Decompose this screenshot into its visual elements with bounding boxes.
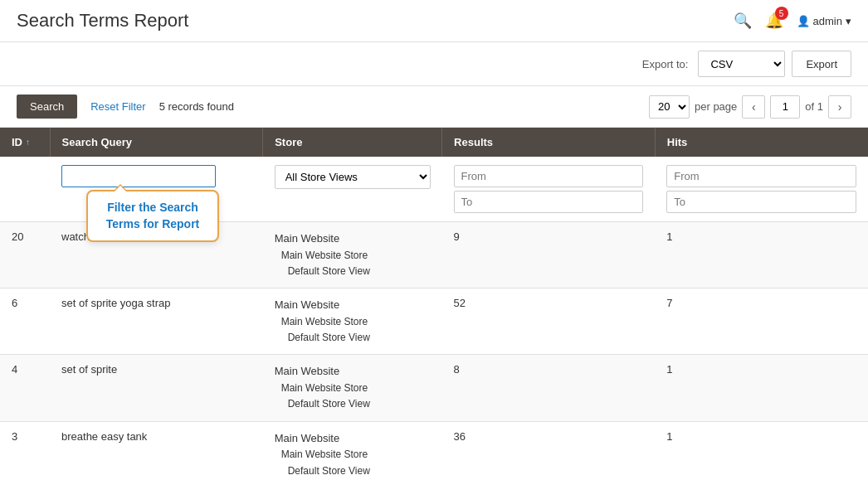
cell-results: 52: [442, 288, 656, 355]
top-header: Search Terms Report 🔍 🔔 5 👤 admin ▾: [0, 0, 868, 42]
prev-page-button[interactable]: ‹: [742, 95, 765, 119]
filter-query-cell: Filter the Search Terms for Report: [50, 157, 263, 222]
export-format-select[interactable]: CSV Excel XML: [698, 51, 785, 77]
cell-results: 36: [442, 421, 656, 480]
store-sub: Main Website Store: [275, 447, 431, 463]
hits-from-input[interactable]: [666, 165, 856, 187]
filter-hits-cell: [655, 157, 868, 222]
reset-filter-link[interactable]: Reset Filter: [90, 100, 145, 113]
filter-callout: Filter the Search Terms for Report: [86, 190, 219, 242]
cell-query: breathe easy tank: [50, 421, 263, 480]
hits-range: [666, 165, 856, 213]
cell-results: 9: [442, 222, 656, 288]
sort-arrow-icon: ↑: [26, 138, 30, 147]
bell-wrap: 🔔 5: [765, 12, 783, 30]
store-sub: Main Website Store: [275, 248, 431, 264]
filter-callout-text: Filter the Search Terms for Report: [106, 201, 200, 230]
table-row: 4 set of sprite Main Website Main Websit…: [0, 355, 868, 421]
next-page-button[interactable]: ›: [828, 95, 851, 119]
filter-results-cell: [442, 157, 656, 222]
cell-store: Main Website Main Website Store Default …: [263, 421, 442, 480]
data-table: ID ↑ Search Query Store Results Hits: [0, 128, 868, 480]
cell-hits: 1: [655, 421, 868, 480]
col-results-header[interactable]: Results: [442, 128, 656, 157]
cell-store: Main Website Main Website Store Default …: [263, 288, 442, 355]
cell-results: 8: [442, 355, 656, 421]
admin-label: admin: [813, 15, 842, 27]
user-icon: 👤: [797, 15, 810, 27]
filter-id-cell: [0, 157, 50, 222]
col-id-header[interactable]: ID ↑: [0, 128, 50, 157]
query-filter-input[interactable]: [61, 165, 216, 187]
cell-id: 3: [0, 421, 50, 480]
cell-query: set of sprite: [50, 355, 263, 421]
cell-store: Main Website Main Website Store Default …: [263, 222, 442, 288]
page-of: of 1: [805, 100, 823, 113]
filter-query-tooltip-wrap: Filter the Search Terms for Report: [61, 165, 216, 187]
search-icon-button[interactable]: 🔍: [734, 12, 752, 30]
records-found: 5 records found: [159, 100, 234, 113]
hits-to-input[interactable]: [666, 191, 856, 213]
table-row: 6 set of sprite yoga strap Main Website …: [0, 288, 868, 355]
store-filter-select[interactable]: All Store Views Main Website Main Websit…: [275, 165, 431, 189]
cell-store: Main Website Main Website Store Default …: [263, 355, 442, 421]
export-button[interactable]: Export: [792, 51, 851, 77]
filter-store-cell: All Store Views Main Website Main Websit…: [263, 157, 442, 222]
cell-hits: 7: [655, 288, 868, 355]
cell-id: 6: [0, 288, 50, 355]
table-container: ID ↑ Search Query Store Results Hits: [0, 128, 868, 480]
per-page-label: per page: [695, 100, 737, 113]
export-toolbar: Export to: CSV Excel XML Export: [0, 42, 868, 86]
store-main: Main Website: [275, 230, 431, 248]
cell-hits: 1: [655, 355, 868, 421]
col-id-label: ID: [12, 136, 22, 148]
store-subsub: Default Store View: [275, 396, 431, 412]
store-subsub: Default Store View: [275, 330, 431, 346]
export-label: Export to:: [642, 58, 689, 70]
store-main: Main Website: [275, 430, 431, 448]
chevron-down-icon: ▾: [846, 15, 851, 27]
results-to-input[interactable]: [454, 191, 644, 213]
col-store-header[interactable]: Store: [263, 128, 442, 157]
notification-badge: 5: [775, 7, 788, 20]
admin-menu-button[interactable]: 👤 admin ▾: [797, 15, 851, 27]
store-subsub: Default Store View: [275, 264, 431, 279]
cell-id: 20: [0, 222, 50, 288]
col-query-header[interactable]: Search Query: [50, 128, 263, 157]
search-button[interactable]: Search: [17, 95, 77, 119]
per-page-select[interactable]: 20 30 50: [649, 95, 690, 119]
results-from-input[interactable]: [454, 165, 644, 187]
store-sub: Main Website Store: [275, 314, 431, 330]
cell-hits: 1: [655, 222, 868, 288]
table-row: 3 breathe easy tank Main Website Main We…: [0, 421, 868, 480]
table-header-row: ID ↑ Search Query Store Results Hits: [0, 128, 868, 157]
filter-row: Filter the Search Terms for Report All S…: [0, 157, 868, 222]
action-bar: Search Reset Filter 5 records found 20 3…: [0, 86, 868, 128]
cell-query: set of sprite yoga strap: [50, 288, 263, 355]
store-subsub: Default Store View: [275, 463, 431, 479]
cell-id: 4: [0, 355, 50, 421]
pagination: 20 30 50 per page ‹ of 1 ›: [649, 95, 851, 119]
store-sub: Main Website Store: [275, 381, 431, 396]
header-icons: 🔍 🔔 5 👤 admin ▾: [734, 12, 851, 30]
page-number-input[interactable]: [770, 95, 800, 119]
results-range: [454, 165, 644, 213]
store-main: Main Website: [275, 363, 431, 381]
col-hits-header[interactable]: Hits: [655, 128, 868, 157]
store-main: Main Website: [275, 297, 431, 314]
page-title: Search Terms Report: [17, 10, 188, 32]
